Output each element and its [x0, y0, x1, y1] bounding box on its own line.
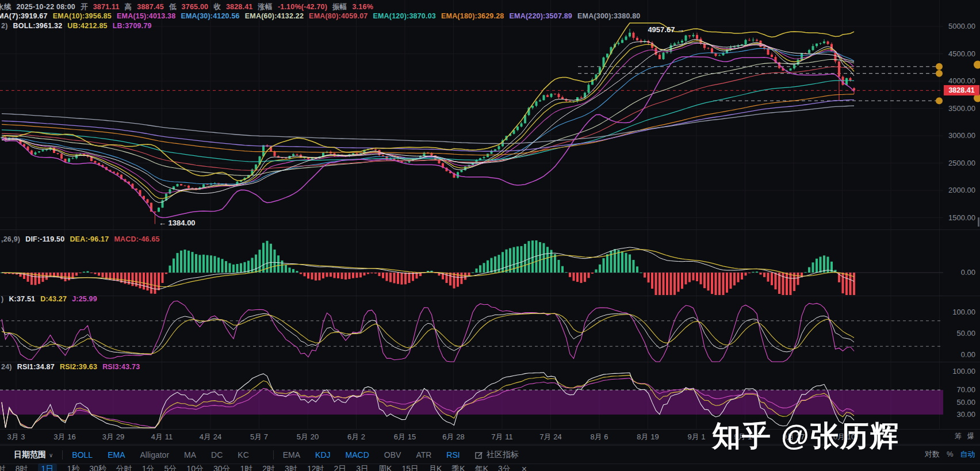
macd-row-part: MACD:-46.65 — [114, 235, 159, 243]
timeframe-3时[interactable]: 3时 — [285, 464, 297, 471]
timeframe-3日[interactable]: 3日 — [356, 464, 369, 471]
price-axis-label: 4000.00 — [929, 76, 975, 85]
date-range-button[interactable]: 日期范围∨ — [14, 450, 53, 460]
toolbar-item-rsi[interactable]: RSI — [446, 450, 460, 459]
timeframe-1日[interactable]: 1日 — [38, 464, 58, 471]
ema-row-part: EMA(300):3380.80 — [577, 12, 641, 20]
timeframe-bar: 4时8时1日1秒30秒分时1分5分10分30分1时2时3时12时2日3日周K15… — [0, 464, 527, 471]
price-axis-label: 2000.00 — [929, 186, 975, 194]
timeframe-分时[interactable]: 分时 — [116, 464, 132, 471]
kdj-row-part: ) — [1, 295, 3, 303]
kdj-axis-label: 0.00 — [929, 350, 975, 359]
ohlc-row: 永续2025-10-22 08:00开3871.11高3887.45低3765.… — [0, 2, 378, 12]
toolbar-item-macd[interactable]: MACD — [346, 450, 369, 459]
scale-control-自动[interactable]: 自动 — [960, 450, 975, 458]
macd-row-part: ,26,9) — [1, 235, 20, 243]
date-tick-label: 3月 16 — [53, 432, 75, 442]
order-marker-icon[interactable] — [974, 61, 980, 69]
ema-row-part: EMA(120):3870.03 — [373, 12, 436, 20]
macd-row-part: DEA:-96.17 — [70, 235, 109, 243]
price-axis-label: 3000.00 — [929, 131, 975, 140]
alert-marker-icon[interactable] — [936, 97, 943, 104]
scale-control-%[interactable]: % — [947, 450, 954, 458]
date-tick-label: 4月 11 — [151, 432, 173, 442]
timeframe-15日[interactable]: 15日 — [401, 464, 419, 471]
toolbar-item-ema[interactable]: EMA — [108, 450, 125, 459]
timeframe-30秒[interactable]: 30秒 — [89, 464, 106, 471]
timeframe-2日[interactable]: 2日 — [334, 464, 346, 471]
rsi-row-part: 24) — [1, 363, 12, 371]
timeframe-年K[interactable]: 年K — [475, 464, 488, 471]
timeframe-周K[interactable]: 周K — [378, 464, 392, 471]
ema-row-part: EMA(220):3507.89 — [510, 12, 573, 20]
timeframe-30分[interactable]: 30分 — [213, 464, 231, 471]
date-tick-label: 9月 1 — [687, 432, 705, 442]
date-tick-label: 6月 15 — [394, 432, 416, 442]
timeframe-月K[interactable]: 月K — [428, 464, 442, 471]
timeframe-2时[interactable]: 2时 — [262, 464, 275, 471]
date-tick-label: 5月 7 — [250, 432, 268, 442]
kdj-row-part: K:37.51 — [9, 295, 35, 303]
community-indicators-button[interactable]: 社区指标 — [475, 450, 519, 460]
toolbar-divider — [273, 450, 274, 459]
kdj-row-part: J:25.99 — [72, 295, 97, 303]
toolbar-item-ma[interactable]: MA — [184, 450, 196, 459]
kdj-axis-label: 100.00 — [929, 308, 975, 316]
watermark: 知乎 @张历辉 — [712, 417, 900, 455]
timeframe-1时[interactable]: 1时 — [240, 464, 253, 471]
rsi-axis-label: 70.00 — [929, 385, 975, 394]
ema-values-row: MA(7):3919.67EMA(10):3956.85EMA(15):4013… — [0, 12, 646, 20]
timeframe-季K[interactable]: 季K — [451, 464, 465, 471]
side-chip[interactable]: 爆 — [967, 432, 980, 440]
kdj-row-part: D:43.27 — [40, 295, 67, 303]
date-tick-label: 4月 24 — [200, 432, 221, 442]
close-icon[interactable]: × — [522, 464, 527, 471]
rsi-axis-label: 100.00 — [929, 367, 975, 376]
side-chip[interactable]: 筹 — [955, 432, 967, 440]
scale-control-对数[interactable]: 对数 — [925, 450, 940, 458]
ohlc-row-part: 3765.00 — [182, 3, 209, 11]
macd-row-part: DIF:-119.50 — [25, 235, 64, 243]
toolbar-item-atr[interactable]: ATR — [416, 450, 431, 459]
rsi-axis-label: 50.00 — [929, 398, 975, 407]
side-toggle-chips[interactable]: 筹爆 — [955, 431, 980, 441]
timeframe-10分[interactable]: 10分 — [186, 464, 204, 471]
rsi-axis-label: 30.00 — [929, 410, 975, 419]
alert-marker-icon[interactable] — [936, 70, 943, 77]
ohlc-row-part: 开 — [81, 3, 88, 11]
date-tick-label: 8月 19 — [637, 432, 659, 442]
alert-marker-icon[interactable] — [936, 63, 943, 70]
kdj-axis-label: 50.00 — [929, 329, 975, 338]
rsi-row-part: RSI2:39.63 — [60, 363, 97, 371]
price-axis-label: 5000.00 — [929, 22, 975, 30]
timeframe-5分[interactable]: 5分 — [164, 464, 177, 471]
ohlc-row-part: 3887.45 — [137, 3, 164, 11]
date-tick-label: 7月 24 — [539, 432, 561, 442]
toolbar-item-obv[interactable]: OBV — [384, 450, 401, 459]
ohlc-row-part: 涨幅 — [258, 3, 273, 11]
timeframe-8时[interactable]: 8时 — [16, 464, 28, 471]
toolbar-item-ema[interactable]: EMA — [283, 450, 300, 459]
date-tick-label: 3月 29 — [102, 432, 124, 442]
ohlc-row-part: 3.16% — [353, 3, 373, 11]
toolbar-item-kc[interactable]: KC — [238, 450, 248, 459]
price-axis-label: 2500.00 — [929, 159, 975, 167]
toolbar-item-kdj[interactable]: KDJ — [315, 450, 330, 459]
ohlc-row-part: 2025-10-22 08:00 — [16, 3, 75, 11]
edit-icon — [475, 451, 483, 459]
timeframe-3分[interactable]: 3分 — [498, 464, 511, 471]
date-tick-label: 3月 3 — [7, 432, 25, 442]
ema-row-part: MA(7):3919.67 — [0, 12, 48, 20]
price-axis-label: 4500.00 — [929, 49, 975, 58]
timeframe-4时[interactable]: 4时 — [0, 464, 6, 471]
toolbar-item-alligator[interactable]: Alligator — [140, 450, 169, 459]
toolbar-divider — [62, 450, 63, 459]
toolbar-item-boll[interactable]: BOLL — [72, 450, 93, 459]
ema-row-part: EMA(10):3956.85 — [53, 12, 112, 20]
timeframe-1秒[interactable]: 1秒 — [67, 464, 79, 471]
ema-row-part: EMA(80):4059.07 — [309, 12, 368, 20]
toolbar-item-dc[interactable]: DC — [211, 450, 223, 459]
ohlc-row-part: 低 — [169, 3, 177, 11]
timeframe-1分[interactable]: 1分 — [142, 464, 155, 471]
timeframe-12时[interactable]: 12时 — [307, 464, 324, 471]
